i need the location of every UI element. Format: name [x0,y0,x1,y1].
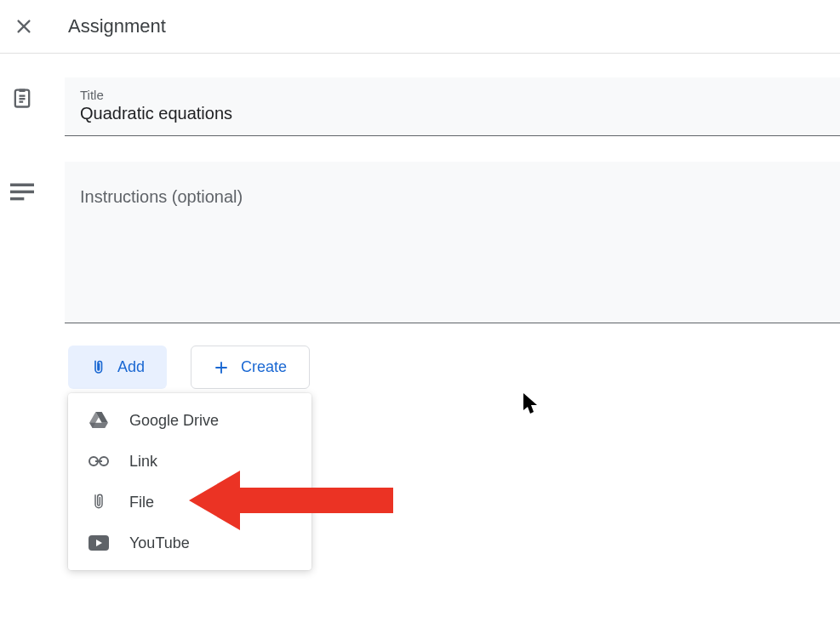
dropdown-item-label: File [129,494,154,511]
svg-rect-7 [10,191,34,194]
svg-rect-6 [10,184,34,187]
add-dropdown-menu: Google Drive Link File YouTube [68,393,311,570]
instructions-field[interactable] [65,162,840,323]
attach-buttons-row: Add Create Google Drive Link [68,346,840,389]
header: Assignment [0,0,840,54]
dropdown-item-link[interactable]: Link [68,441,311,482]
add-button-label: Add [117,358,145,376]
text-icon [10,180,34,204]
plus-icon [214,360,229,375]
dropdown-item-youtube[interactable]: YouTube [68,523,311,563]
create-button-label: Create [241,358,287,376]
link-icon [89,451,109,471]
assignment-icon [10,86,34,110]
dropdown-item-label: YouTube [129,534,190,552]
title-field[interactable]: Title [65,77,840,136]
dropdown-item-label: Link [129,453,157,471]
page-title: Assignment [68,15,166,37]
svg-rect-8 [10,197,24,201]
attach-icon [90,359,106,376]
close-icon [14,17,33,36]
instructions-row [0,162,840,323]
content-area: Title Add Create Google Drive [0,54,840,389]
instructions-input[interactable] [80,187,825,207]
close-button[interactable] [14,16,34,37]
create-button[interactable]: Create [191,346,310,389]
add-button[interactable]: Add [68,346,167,389]
dropdown-item-label: Google Drive [129,412,219,430]
title-row: Title [0,77,840,136]
title-label: Title [80,88,825,102]
youtube-icon [89,533,109,553]
file-icon [89,492,109,512]
dropdown-item-file[interactable]: File [68,482,311,523]
dropdown-item-google-drive[interactable]: Google Drive [68,400,311,441]
mouse-cursor [523,393,540,419]
google-drive-icon [89,410,109,431]
title-input[interactable] [80,104,825,123]
